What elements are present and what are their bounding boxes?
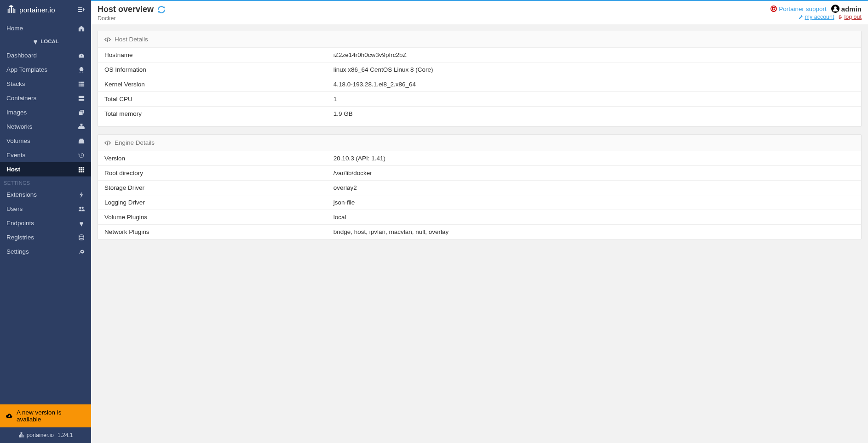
- topbar: Host overview Docker Portainer support: [91, 0, 868, 24]
- sidebar: portainer.io HomeLOCALDashboardApp Templ…: [0, 0, 91, 443]
- topbar-right: Portainer support admin my accou: [770, 5, 862, 20]
- users-icon: [78, 206, 85, 212]
- table-row: HostnameiZ2ze14r0h0cw3v9pfrc2bZ: [98, 48, 861, 62]
- row-value: 20.10.3 (API: 1.41): [327, 151, 861, 166]
- nav-section-settings: SETTINGS: [0, 176, 91, 187]
- my-account-link[interactable]: my account: [799, 14, 834, 20]
- host-details-panel: Host Details HostnameiZ2ze14r0h0cw3v9pfr…: [98, 31, 862, 127]
- cloud-download-icon: [6, 412, 13, 420]
- table-row: Version20.10.3 (API: 1.41): [98, 151, 861, 166]
- nav-item-home[interactable]: Home: [0, 21, 91, 35]
- clone-icon: [78, 109, 85, 116]
- nav-item-label: Events: [6, 152, 25, 159]
- th-list-icon: [78, 81, 85, 87]
- logo[interactable]: portainer.io: [6, 5, 55, 15]
- row-value: local: [327, 210, 861, 225]
- panel-body: Version20.10.3 (API: 1.41)Root directory…: [98, 151, 861, 239]
- row-key: Root directory: [98, 166, 327, 181]
- code-icon: [104, 36, 111, 43]
- nav-item-label: Registries: [6, 234, 34, 241]
- nav-item-settings[interactable]: Settings: [0, 244, 91, 259]
- sidebar-toggle-icon[interactable]: [77, 6, 85, 13]
- nav-item-networks[interactable]: Networks: [0, 119, 91, 134]
- nav-item-label: Host: [6, 166, 20, 173]
- cogs-icon: [78, 249, 85, 255]
- page-title: Host overview: [98, 5, 166, 14]
- nav-item-containers[interactable]: Containers: [0, 91, 91, 105]
- table-row: Total memory1.9 GB: [98, 107, 861, 121]
- row-key: Volume Plugins: [98, 210, 327, 225]
- nav-item-dashboard[interactable]: Dashboard: [0, 48, 91, 62]
- code-icon: [104, 140, 111, 146]
- wrench-icon: [799, 15, 804, 20]
- sidebar-header: portainer.io: [0, 0, 91, 19]
- nav-item-label: Volumes: [6, 137, 30, 144]
- row-value: linux x86_64 CentOS Linux 8 (Core): [327, 62, 861, 77]
- nav-item-extensions[interactable]: Extensions: [0, 187, 91, 202]
- footer-logo[interactable]: portainer.io: [18, 432, 54, 438]
- nav-item-events[interactable]: Events: [0, 148, 91, 162]
- page-subtitle: Docker: [98, 15, 166, 22]
- plug-icon: [78, 220, 85, 227]
- nav-item-registries[interactable]: Registries: [0, 230, 91, 244]
- table-row: Volume Pluginslocal: [98, 210, 861, 225]
- home-icon: [78, 25, 85, 32]
- main: Host overview Docker Portainer support: [91, 0, 868, 443]
- nav-item-label: Images: [6, 109, 27, 116]
- row-key: OS Information: [98, 62, 327, 77]
- nav-item-app-templates[interactable]: App Templates: [0, 62, 91, 77]
- nav-item-label: App Templates: [6, 66, 47, 73]
- row-value: /var/lib/docker: [327, 166, 861, 181]
- server-icon: [78, 95, 85, 102]
- nav: HomeLOCALDashboardApp TemplatesStacksCon…: [0, 19, 91, 404]
- nav-item-images[interactable]: Images: [0, 105, 91, 119]
- row-value: 4.18.0-193.28.1.el8_2.x86_64: [327, 77, 861, 92]
- content: Host Details HostnameiZ2ze14r0h0cw3v9pfr…: [91, 24, 868, 253]
- row-key: Storage Driver: [98, 181, 327, 195]
- row-key: Hostname: [98, 48, 327, 62]
- row-value: iZ2ze14r0h0cw3v9pfrc2bZ: [327, 48, 861, 62]
- title-block: Host overview Docker: [98, 5, 166, 22]
- user-label: admin: [831, 5, 862, 13]
- nav-item-label: Extensions: [6, 191, 37, 198]
- row-key: Total CPU: [98, 92, 327, 107]
- table-row: Total CPU1: [98, 92, 861, 107]
- support-link[interactable]: Portainer support: [770, 6, 827, 12]
- row-key: Network Plugins: [98, 225, 327, 239]
- nav-item-label: Endpoints: [6, 220, 34, 227]
- nav-item-label: Stacks: [6, 80, 25, 87]
- nav-item-label: Dashboard: [6, 52, 37, 59]
- nav-item-users[interactable]: Users: [0, 202, 91, 216]
- database-icon: [78, 234, 85, 241]
- nav-item-label: Home: [6, 25, 23, 32]
- bolt-icon: [78, 192, 85, 198]
- sign-out-icon: [838, 15, 843, 20]
- nav-endpoint[interactable]: LOCAL: [0, 35, 91, 48]
- row-value: json-file: [327, 195, 861, 210]
- nav-item-label: Users: [6, 205, 23, 212]
- hdd-icon: [78, 138, 85, 144]
- refresh-button[interactable]: [157, 6, 166, 14]
- row-key: Total memory: [98, 107, 327, 121]
- sidebar-footer: portainer.io 1.24.1: [0, 427, 91, 443]
- user-circle-icon: [831, 5, 839, 13]
- update-banner-text: A new version is available: [17, 409, 86, 423]
- nav-item-label: Containers: [6, 95, 36, 102]
- nav-item-stacks[interactable]: Stacks: [0, 77, 91, 91]
- history-icon: [78, 152, 85, 159]
- table-row: Root directory/var/lib/docker: [98, 166, 861, 181]
- portainer-logo-icon: [6, 5, 17, 15]
- update-banner[interactable]: A new version is available: [0, 404, 91, 427]
- nav-item-label: Networks: [6, 123, 32, 130]
- table-row: Network Pluginsbridge, host, ipvlan, mac…: [98, 225, 861, 239]
- row-key: Logging Driver: [98, 195, 327, 210]
- logout-link[interactable]: log out: [838, 14, 862, 20]
- life-ring-icon: [770, 6, 777, 12]
- row-value: overlay2: [327, 181, 861, 195]
- engine-details-panel: Engine Details Version20.10.3 (API: 1.41…: [98, 134, 862, 239]
- nav-item-volumes[interactable]: Volumes: [0, 134, 91, 148]
- nav-item-host[interactable]: Host: [0, 162, 91, 176]
- nav-item-endpoints[interactable]: Endpoints: [0, 216, 91, 230]
- nav-item-label: Settings: [6, 248, 29, 255]
- svg-point-3: [834, 6, 837, 9]
